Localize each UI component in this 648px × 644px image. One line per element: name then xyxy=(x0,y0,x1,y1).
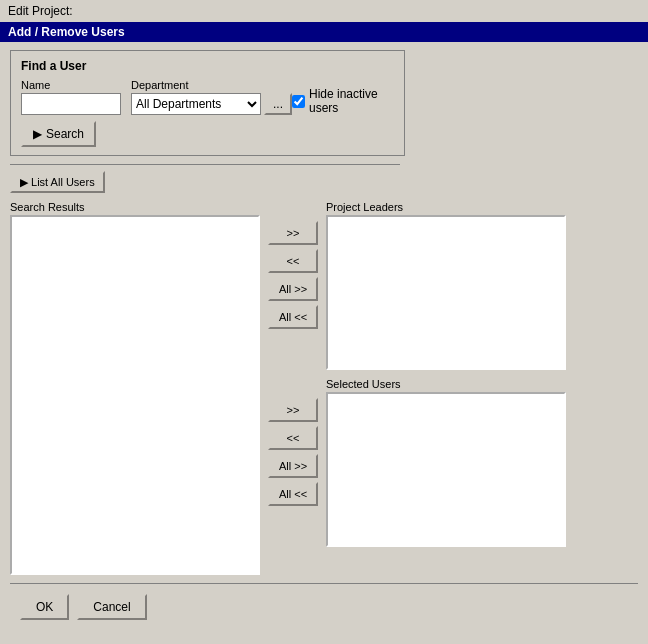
add-to-selected-button[interactable]: >> xyxy=(268,398,318,422)
selected-users-controls: >> << All >> All << xyxy=(268,378,318,547)
name-input[interactable] xyxy=(21,93,121,115)
project-leaders-controls: >> << All >> All << xyxy=(268,201,318,370)
window-title: Edit Project: xyxy=(0,0,648,22)
project-leaders-wrapper: Project Leaders xyxy=(326,201,566,370)
search-results-label: Search Results xyxy=(10,201,260,213)
selected-users-wrapper: Selected Users xyxy=(326,378,566,547)
main-container: Find a User Name Department All Departme… xyxy=(0,42,648,636)
section-header: Add / Remove Users xyxy=(0,22,648,42)
add-all-to-selected-button[interactable]: All >> xyxy=(268,454,318,478)
selected-users-label: Selected Users xyxy=(326,378,566,390)
right-area: >> << All >> All << Project Leaders >> <… xyxy=(268,201,566,575)
search-icon: ▶ xyxy=(33,127,42,141)
hide-inactive-label: Hide inactive users xyxy=(309,87,394,115)
remove-from-leaders-button[interactable]: << xyxy=(268,249,318,273)
hide-inactive-group: Hide inactive users xyxy=(292,87,394,115)
remove-all-from-selected-button[interactable]: All << xyxy=(268,482,318,506)
list-all-button[interactable]: ▶ List All Users xyxy=(10,171,105,193)
department-field-group: Department All Departments ... xyxy=(131,79,292,115)
project-leaders-list[interactable] xyxy=(326,215,566,370)
browse-button[interactable]: ... xyxy=(264,93,292,115)
top-form-row: Name Department All Departments ... xyxy=(21,79,394,115)
bottom-bar: OK Cancel xyxy=(10,583,638,628)
find-user-section: Find a User Name Department All Departme… xyxy=(10,50,405,156)
separator-line xyxy=(10,164,400,165)
remove-all-from-leaders-button[interactable]: All << xyxy=(268,305,318,329)
department-label: Department xyxy=(131,79,292,91)
project-leaders-section: >> << All >> All << Project Leaders xyxy=(268,201,566,370)
search-results-panel: Search Results xyxy=(10,201,260,575)
selected-users-section: >> << All >> All << Selected Users xyxy=(268,378,566,547)
name-field-group: Name xyxy=(21,79,121,115)
project-leaders-label: Project Leaders xyxy=(326,201,566,213)
search-results-list[interactable] xyxy=(10,215,260,575)
department-select[interactable]: All Departments xyxy=(131,93,261,115)
ok-button[interactable]: OK xyxy=(20,594,69,620)
name-label: Name xyxy=(21,79,121,91)
find-user-title: Find a User xyxy=(21,59,394,73)
selected-users-list[interactable] xyxy=(326,392,566,547)
search-button[interactable]: ▶ Search xyxy=(21,121,96,147)
title-bar: Edit Project: xyxy=(0,0,648,22)
add-to-leaders-button[interactable]: >> xyxy=(268,221,318,245)
lists-area: Search Results >> << All >> All << Proje… xyxy=(10,201,638,575)
cancel-button[interactable]: Cancel xyxy=(77,594,146,620)
add-all-to-leaders-button[interactable]: All >> xyxy=(268,277,318,301)
hide-inactive-checkbox[interactable] xyxy=(292,95,305,108)
remove-from-selected-button[interactable]: << xyxy=(268,426,318,450)
